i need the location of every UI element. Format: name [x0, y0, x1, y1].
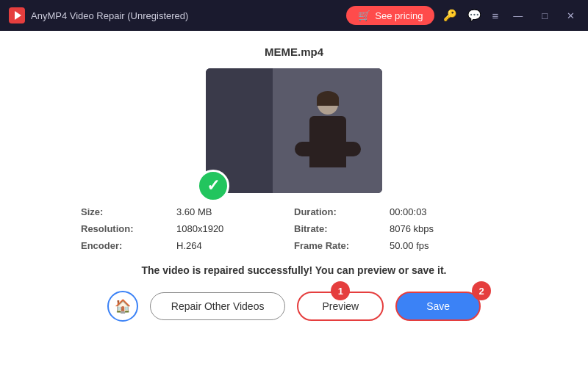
size-value: 3.60 MB	[176, 206, 294, 217]
badge-one: 1	[331, 281, 350, 300]
video-frame	[206, 68, 382, 193]
minimize-button[interactable]: —	[509, 9, 527, 23]
repair-other-label: Repair Other Videos	[171, 300, 265, 312]
see-pricing-button[interactable]: 🛒 See pricing	[346, 6, 434, 25]
video-info: Size: 3.60 MB Duration: 00:00:03 Resolut…	[81, 206, 507, 251]
repair-other-button[interactable]: Repair Other Videos	[150, 292, 286, 320]
home-icon: 🏠	[115, 298, 131, 314]
resolution-label: Resolution:	[81, 223, 176, 234]
encoder-value: H.264	[176, 240, 294, 251]
title-bar: AnyMP4 Video Repair (Unregistered) 🛒 See…	[0, 0, 588, 31]
encoder-label: Encoder:	[81, 240, 176, 251]
video-preview-container: ✓	[206, 68, 382, 193]
key-icon[interactable]: 🔑	[443, 9, 457, 22]
chat-icon[interactable]: 💬	[467, 9, 481, 22]
action-bar: 🏠 Repair Other Videos 1 Preview 2 Save	[107, 291, 481, 322]
save-btn-wrapper: 2 Save	[395, 292, 481, 321]
main-content: MEME.mp4	[0, 31, 588, 387]
app-logo	[9, 7, 25, 23]
app-title: AnyMP4 Video Repair (Unregistered)	[31, 10, 346, 21]
person-arms	[295, 142, 361, 156]
save-button[interactable]: Save	[395, 292, 481, 321]
badge-two: 2	[472, 281, 491, 300]
duration-label: Duration:	[294, 206, 390, 217]
size-label: Size:	[81, 206, 176, 217]
framerate-value: 50.00 fps	[390, 240, 507, 251]
bitrate-value: 8076 kbps	[390, 223, 507, 234]
person-head	[318, 94, 338, 115]
menu-icon[interactable]: ≡	[492, 10, 498, 22]
preview-label: Preview	[322, 300, 359, 312]
duration-value: 00:00:03	[390, 206, 507, 217]
video-thumbnail	[206, 68, 382, 193]
checkmark-badge: ✓	[197, 170, 229, 202]
resolution-value: 1080x1920	[176, 223, 294, 234]
framerate-label: Frame Rate:	[294, 240, 390, 251]
right-panel	[273, 68, 382, 193]
person-hair	[317, 91, 339, 106]
person-figure	[309, 94, 346, 167]
pricing-label: See pricing	[375, 10, 423, 21]
bitrate-label: Bitrate:	[294, 223, 390, 234]
success-message: The video is repaired successfully! You …	[142, 264, 447, 276]
preview-btn-wrapper: 1 Preview	[297, 292, 384, 321]
cart-icon: 🛒	[358, 10, 370, 21]
save-label: Save	[426, 300, 450, 312]
home-button[interactable]: 🏠	[107, 291, 138, 322]
toolbar-icons: 🔑 💬 ≡ — □ ✕	[443, 9, 579, 23]
maximize-button[interactable]: □	[537, 9, 552, 23]
video-filename: MEME.mp4	[265, 46, 323, 58]
close-button[interactable]: ✕	[562, 9, 579, 23]
